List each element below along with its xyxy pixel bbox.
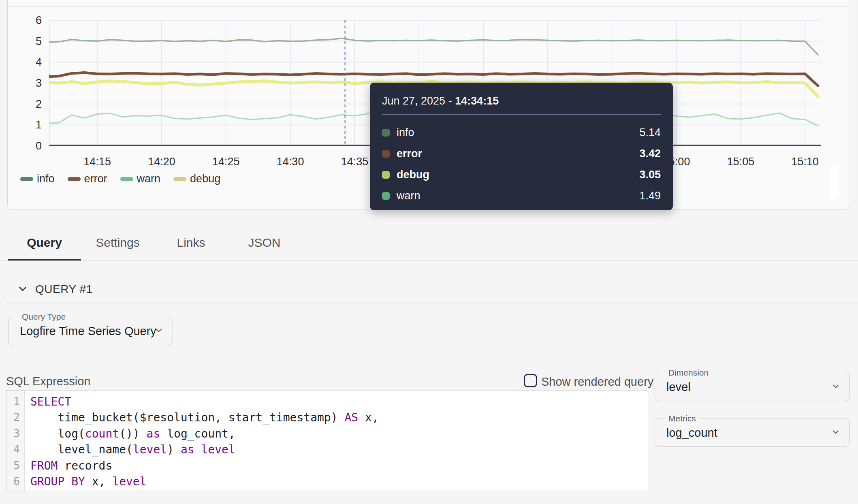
code-line: GROUP BY x, level [30,474,648,489]
panel-header-divider [7,6,848,6]
legend-swatch [68,177,81,181]
x-tick-label: 14:25 [212,156,240,168]
chevron-down-icon[interactable] [17,284,28,296]
code-area[interactable]: SELECT time_bucket($resolution, start_ti… [25,391,648,491]
metrics-label: Metrics [665,414,700,423]
legend-label: warn [137,173,161,185]
line-number: 5 [6,458,24,474]
editor-gutter: 123456 [6,391,25,491]
x-tick-label: 14:30 [277,156,304,168]
y-tick-label: 5 [17,35,42,47]
tooltip-series-label: error [397,147,639,160]
y-tick-label: 3 [17,77,42,90]
x-tick-label: 15:05 [727,156,755,168]
scrollbar-thumb[interactable] [830,166,839,199]
legend-label: debug [190,173,220,185]
line-number: 4 [6,442,24,457]
legend-swatch [20,177,33,181]
tooltip-header: Jun 27, 2025 - 14:34:15 [382,83,661,107]
tab-query[interactable]: Query [8,234,81,251]
y-tick-label: 2 [17,98,42,110]
y-tick-label: 6 [17,14,42,27]
legend-item-warn[interactable]: warn [120,173,161,185]
tooltip-swatch [382,171,390,179]
code-line: level_name(level) as level [30,442,648,457]
legend-item-info[interactable]: info [20,173,55,185]
query-type-label: Query Type [18,312,69,322]
code-line: log(count()) as log_count, [30,426,648,442]
line-number: 1 [6,394,24,410]
tooltip-series-value: 3.05 [639,169,661,181]
section-divider [6,303,858,303]
panel-editor: 0123456 14:1514:2014:2514:3014:3514:4014… [0,0,858,504]
tooltip-rows: info5.14error3.42debug3.05warn1.49 [382,122,661,207]
show-rendered-checkbox[interactable] [524,374,537,387]
chart-tooltip: Jun 27, 2025 - 14:34:15 info5.14error3.4… [370,83,673,210]
tooltip-row: warn1.49 [382,186,661,207]
tooltip-row: info5.14 [382,122,661,143]
legend-swatch [120,177,133,181]
tooltip-time: 14:34:15 [455,95,499,107]
tooltip-series-value: 1.49 [639,190,661,202]
tooltip-date: Jun 27, 2025 - [382,95,455,107]
dimension-label: Dimension [665,368,712,378]
tab-links[interactable]: Links [154,234,228,251]
chevron-down-icon [831,381,841,393]
chevron-down-icon [154,325,164,337]
series-line-info [49,38,818,55]
query-section-title[interactable]: QUERY #1 [35,283,92,296]
tooltip-row: debug3.05 [382,164,661,186]
query-type-select[interactable]: Query Type Logfire Time Series Query [8,317,173,345]
tabs-divider [0,261,858,261]
code-line: SELECT [30,394,648,410]
legend-label: error [84,173,107,185]
y-tick-label: 4 [17,56,42,68]
tooltip-series-label: warn [397,190,639,202]
metrics-select[interactable]: Metrics log_count [655,419,850,447]
tooltip-row: error3.42 [382,143,661,164]
line-number: 3 [6,426,24,442]
x-tick-label: 15:10 [791,156,819,168]
tooltip-series-label: debug [397,169,639,181]
legend-item-error[interactable]: error [68,173,107,185]
y-tick-label: 1 [17,119,42,131]
tooltip-swatch [382,192,390,200]
x-tick-label: 14:35 [341,156,369,168]
tooltip-swatch [382,150,390,158]
tooltip-divider [382,114,661,115]
tooltip-swatch [382,129,390,137]
dimension-value: level [666,380,691,394]
query-type-value: Logfire Time Series Query [20,325,156,338]
tab-json[interactable]: JSON [228,234,301,251]
sql-editor[interactable]: 123456 SELECT time_bucket($resolution, s… [6,390,648,491]
tooltip-series-value: 5.14 [639,126,661,139]
tab-settings[interactable]: Settings [81,234,154,251]
legend-item-debug[interactable]: debug [173,173,220,185]
metrics-value: log_count [666,426,717,440]
x-tick-label: 14:20 [148,156,175,168]
legend-swatch [173,177,186,181]
chart-legend: infoerrorwarndebug [20,173,220,185]
line-number: 2 [6,410,24,425]
tooltip-series-label: info [397,126,639,139]
chevron-down-icon [831,427,841,438]
code-line: time_bucket($resolution, start_timestamp… [30,410,648,425]
legend-label: info [37,173,55,185]
show-rendered-label[interactable]: Show rendered query [541,375,653,389]
dimension-select[interactable]: Dimension level [655,373,850,401]
sql-expression-label: SQL Expression [6,375,90,388]
code-line: FROM records [30,458,648,474]
x-tick-label: 14:15 [83,156,111,168]
tab-bar: QuerySettingsLinksJSON [8,234,301,251]
y-tick-label: 0 [17,140,42,152]
tooltip-series-value: 3.42 [639,147,661,160]
line-number: 6 [6,474,24,489]
